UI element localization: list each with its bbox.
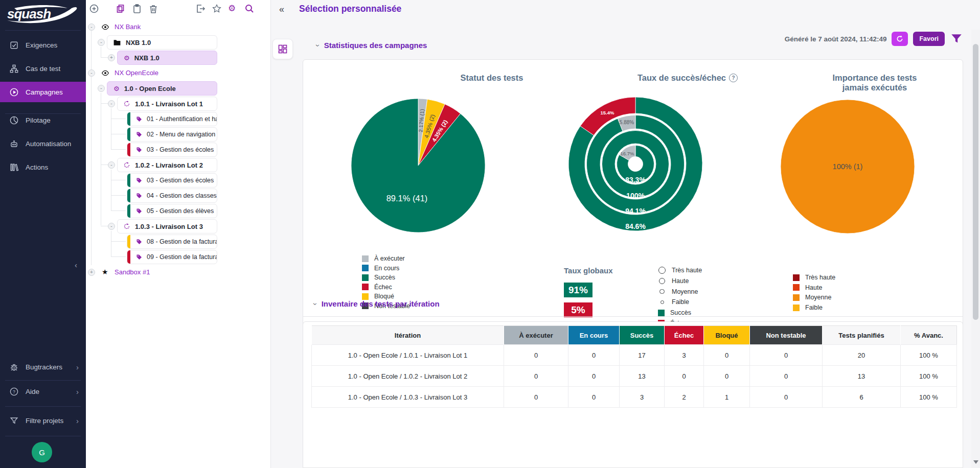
scrollbar-down-arrow[interactable] — [973, 460, 978, 464]
scrollbar-thumb[interactable] — [973, 44, 978, 320]
table-row[interactable]: 1.0 - Open Ecole / 1.0.1 - Livraison Lot… — [312, 345, 957, 366]
refresh-button[interactable] — [892, 32, 908, 46]
legend-item[interactable]: Moyenne — [658, 288, 702, 296]
collapse-toggle[interactable]: - — [108, 161, 115, 169]
collapse-toggle[interactable]: - — [108, 100, 115, 107]
filter-funnel-icon[interactable] — [950, 32, 963, 45]
tree-row-suite[interactable]: 02 - Menu de navigation — [86, 127, 270, 142]
column-header-non-testable[interactable]: Non testable — [750, 326, 823, 345]
tree-row-suite[interactable]: 04 - Gestion des classes — [86, 189, 270, 203]
table-row[interactable]: 1.0 - Open Ecole / 1.0.3 - Livraison Lot… — [312, 387, 957, 408]
dashboard-layout-button[interactable] — [272, 39, 293, 59]
tree-node-box[interactable]: 1.0.2 - Livraison Lot 2 — [117, 158, 217, 172]
favori-button[interactable]: Favori — [913, 32, 945, 46]
sidebar-item-campagnes[interactable]: Campagnes — [0, 82, 86, 102]
tree-row-iteration[interactable]: - 1.0.2 - Livraison Lot 2 — [86, 158, 270, 172]
copy-button[interactable] — [116, 4, 126, 14]
chart-title-statut: Statut des tests — [461, 73, 523, 83]
tree-node-box[interactable]: 03 - Gestion des écoles — [127, 173, 217, 188]
collapse-toggle[interactable]: - — [108, 223, 115, 230]
tree-node-box[interactable]: 03 - Gestion des écoles — [127, 143, 217, 157]
legend-item[interactable]: Échec — [362, 284, 410, 291]
legend-item[interactable]: Très haute — [793, 274, 835, 281]
chevron-right-icon: › — [76, 363, 79, 371]
column-header-a-executer[interactable]: À exécuter — [504, 326, 568, 345]
tree-row-iteration[interactable]: - 1.0.1 - Livraison Lot 1 — [86, 97, 270, 111]
sidebar-item-label: Aide — [26, 388, 39, 395]
tree-node-box[interactable]: 09 - Gestion de la facturation de ... — [127, 250, 217, 264]
legend-item[interactable]: Haute — [793, 284, 835, 291]
column-header-iteration[interactable]: Itération — [312, 326, 504, 345]
tree-node-box[interactable]: 1.0.1 - Livraison Lot 1 — [117, 97, 217, 111]
sidebar-item-filtre-projets[interactable]: Filtre projets › — [0, 410, 86, 431]
legend-item[interactable]: Succès — [362, 274, 410, 281]
tree-node-box[interactable]: 1.0.3 - Livraison Lot 3 — [117, 219, 217, 233]
tree-row-project[interactable]: - NX Bank — [86, 20, 270, 34]
sidebar-item-exigences[interactable]: Exigences — [0, 35, 86, 55]
tree-row-iteration[interactable]: - 1.0.3 - Livraison Lot 3 — [86, 219, 270, 233]
collapse-toggle[interactable]: - — [98, 39, 105, 46]
collapse-toggle[interactable]: - — [88, 69, 95, 77]
column-header-succes[interactable]: Succès — [620, 326, 665, 345]
tree-node-box[interactable]: 04 - Gestion des classes — [127, 189, 217, 203]
column-header-echec[interactable]: Échec — [665, 326, 704, 345]
legend-item[interactable]: Moyenne — [793, 294, 835, 301]
legend-item[interactable]: Très haute — [658, 266, 702, 274]
legend-item[interactable]: En cours — [362, 265, 410, 272]
squash-logo[interactable]: squash — [4, 3, 81, 28]
favorite-star-button[interactable] — [212, 4, 222, 14]
settings-gear-button[interactable]: ⚙ — [228, 4, 238, 14]
tree-node-box[interactable]: 01 - Authentification et habilitati... — [127, 112, 217, 126]
legend-item[interactable]: À exécuter — [362, 255, 410, 262]
section-header-inventaire[interactable]: › Inventaire des tests par itération — [314, 299, 440, 308]
column-header-tests-planifies[interactable]: Tests planifiés — [823, 326, 901, 345]
avatar[interactable]: G — [32, 442, 52, 462]
legend-item[interactable]: Succès — [658, 309, 702, 317]
back-chevron[interactable]: « — [279, 4, 284, 15]
tree-node-box[interactable]: NXB 1.0 — [107, 35, 217, 50]
sidebar-collapse-chevron[interactable]: ‹ — [75, 261, 77, 269]
sidebar-item-aide[interactable]: ? Aide › — [0, 381, 86, 402]
tree-row-suite[interactable]: 08 - Gestion de la facturation de... — [86, 235, 270, 249]
collapse-toggle[interactable]: - — [88, 24, 95, 31]
tree-node-box[interactable]: 02 - Menu de navigation — [127, 127, 217, 142]
tree-node-box[interactable]: 05 - Gestion des élèves — [127, 204, 217, 218]
tree-node-box[interactable]: 08 - Gestion de la facturation de... — [127, 235, 217, 249]
expand-toggle[interactable]: + — [88, 269, 95, 276]
column-header-bloque[interactable]: Bloqué — [704, 326, 750, 345]
paste-button[interactable] — [132, 4, 142, 14]
search-button[interactable] — [244, 4, 255, 14]
tree-row-campaign[interactable]: - ⚙ 1.0 - Open Ecole — [86, 81, 270, 96]
sidebar-item-pilotage[interactable]: Pilotage — [0, 110, 86, 130]
tree-row-campaign[interactable]: + ⚙ NXB 1.0 — [86, 51, 270, 65]
column-header-avanc[interactable]: % Avanc. — [901, 326, 957, 345]
legend-item[interactable]: Faible — [658, 298, 702, 306]
sidebar-item-actions[interactable]: Actions — [0, 157, 86, 177]
column-header-en-cours[interactable]: En cours — [568, 326, 620, 345]
tree-row-suite[interactable]: 03 - Gestion des écoles — [86, 173, 270, 188]
legend-item[interactable]: Haute — [658, 277, 702, 285]
vertical-scrollbar[interactable] — [971, 30, 980, 468]
tree-row-suite[interactable]: 09 - Gestion de la facturation de ... — [86, 250, 270, 264]
tree-row-suite[interactable]: 05 - Gestion des élèves — [86, 204, 270, 218]
tree-row-project[interactable]: - NX OpenEcole — [86, 66, 270, 80]
sidebar-item-automatisation[interactable]: Automatisation — [0, 133, 86, 154]
status-bar — [127, 250, 130, 264]
tree-node-box-selected[interactable]: ⚙ 1.0 - Open Ecole — [107, 81, 217, 96]
export-button[interactable] — [195, 4, 206, 14]
section-header-statistiques[interactable]: › Statistiques des campagnes — [317, 41, 427, 50]
tree-row-suite[interactable]: 01 - Authentification et habilitati... — [86, 112, 270, 126]
sidebar-item-cas-de-test[interactable]: Cas de test — [0, 58, 86, 79]
chart-title-importance: Importance des tests jamais exécutés — [831, 73, 919, 92]
table-row[interactable]: 1.0 - Open Ecole / 1.0.2 - Livraison Lot… — [312, 366, 957, 387]
tree-node-box-selected[interactable]: ⚙ NXB 1.0 — [117, 51, 217, 65]
new-item-button[interactable] — [89, 4, 99, 14]
sidebar-item-bugtrackers[interactable]: Bugtrackers › — [0, 357, 86, 377]
tree-row-folder[interactable]: - NXB 1.0 — [86, 35, 270, 50]
collapse-toggle[interactable]: - — [98, 85, 105, 92]
help-circle-icon[interactable]: ? — [729, 74, 738, 82]
tree-row-project[interactable]: + ★ Sandbox #1 — [86, 265, 270, 279]
expand-toggle[interactable]: + — [108, 54, 115, 61]
tree-row-suite[interactable]: 03 - Gestion des écoles — [86, 143, 270, 157]
delete-button[interactable] — [148, 4, 158, 14]
